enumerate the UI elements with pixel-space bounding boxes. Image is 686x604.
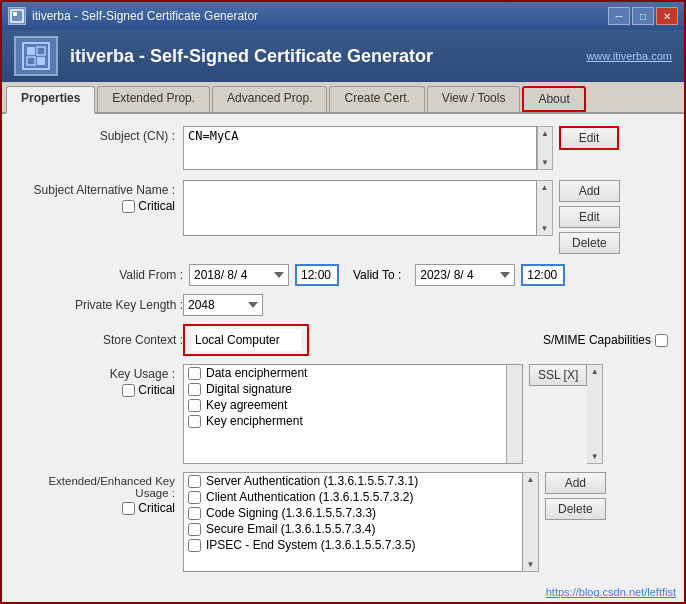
san-textarea-wrap: ▲ ▼ — [183, 180, 553, 236]
valid-to-date-select[interactable]: 2023/ 8/ 4 — [415, 264, 515, 286]
valid-from-label: Valid From : — [18, 268, 183, 282]
content-area: Subject (CN) : CN=MyCA ▲ ▼ Edit Subject … — [2, 114, 684, 602]
eku-delete-button[interactable]: Delete — [545, 498, 606, 520]
watermark: https://blog.csdn.net/leftfist — [546, 586, 676, 598]
ku-scrollbar — [506, 365, 522, 463]
eku-checkbox-2[interactable] — [188, 491, 201, 504]
ku-critical-label: Critical — [138, 383, 175, 397]
smime-checkbox[interactable] — [655, 334, 668, 347]
san-delete-button[interactable]: Delete — [559, 232, 620, 254]
valid-from-date-select[interactable]: 2018/ 8/ 4 — [189, 264, 289, 286]
san-label: Subject Alternative Name : — [34, 180, 175, 197]
valid-date-row: Valid From : 2018/ 8/ 4 Valid To : 2023/… — [18, 264, 668, 286]
store-context-box: Local Computer Current User — [183, 324, 309, 356]
eku-item-5: IPSEC - End System (1.3.6.1.5.5.7.3.5) — [184, 537, 522, 553]
key-usage-list: Data encipherment Digital signature Key … — [183, 364, 523, 464]
ku-checkbox-3[interactable] — [188, 399, 201, 412]
svg-rect-3 — [27, 47, 35, 55]
smime-row: S/MIME Capabilities — [543, 333, 668, 347]
san-edit-button[interactable]: Edit — [559, 206, 620, 228]
ssl-button[interactable]: SSL [X] — [529, 364, 587, 386]
svg-rect-6 — [37, 57, 45, 65]
valid-from-time-input[interactable] — [295, 264, 339, 286]
private-key-row: Private Key Length : 2048 1024 4096 — [18, 294, 668, 316]
ku-label-3: Key agreement — [206, 398, 287, 412]
eku-label-1: Server Authentication (1.3.6.1.5.5.7.3.1… — [206, 474, 418, 488]
eku-item-4: Secure Email (1.3.6.1.5.5.7.3.4) — [184, 521, 522, 537]
svg-rect-5 — [27, 57, 35, 65]
maximize-button[interactable]: □ — [632, 7, 654, 25]
title-bar-controls: ─ □ ✕ — [608, 7, 678, 25]
ku-checkbox-4[interactable] — [188, 415, 201, 428]
tab-properties[interactable]: Properties — [6, 86, 95, 114]
tab-viewtools[interactable]: View / Tools — [427, 86, 521, 112]
eku-checkbox-4[interactable] — [188, 523, 201, 536]
eku-label-3: Code Signing (1.3.6.1.5.5.7.3.3) — [206, 506, 376, 520]
store-context-select[interactable]: Local Computer Current User — [191, 329, 301, 351]
eku-add-button[interactable]: Add — [545, 472, 606, 494]
san-textarea[interactable] — [183, 180, 537, 236]
subject-input-area: CN=MyCA ▲ ▼ Edit — [183, 126, 668, 170]
eku-btn-group: Add Delete — [545, 472, 606, 520]
tab-bar: Properties Extended Prop. Advanced Prop.… — [2, 82, 684, 114]
eku-item-3: Code Signing (1.3.6.1.5.5.7.3.3) — [184, 505, 522, 521]
key-usage-row: Key Usage : Critical Data encipherment D… — [18, 364, 668, 464]
main-window: itiverba - Self-Signed Certificate Gener… — [0, 0, 686, 604]
header-link[interactable]: www.itiverba.com — [586, 50, 672, 62]
eku-input-area: Server Authentication (1.3.6.1.5.5.7.3.1… — [183, 472, 668, 572]
minimize-button[interactable]: ─ — [608, 7, 630, 25]
app-icon — [8, 7, 26, 25]
eku-row: Extended/Enhanced Key Usage : Critical S… — [18, 472, 668, 572]
ku-input-area: Data encipherment Digital signature Key … — [183, 364, 668, 464]
ku-critical-checkbox[interactable] — [122, 384, 135, 397]
ku-label-4: Key encipherment — [206, 414, 303, 428]
eku-critical-row: Critical — [122, 501, 175, 515]
tab-advanced[interactable]: Advanced Prop. — [212, 86, 327, 112]
store-context-row: Store Context : Local Computer Current U… — [18, 324, 668, 356]
subject-textarea-wrap: CN=MyCA ▲ ▼ — [183, 126, 553, 170]
title-bar-left: itiverba - Self-Signed Certificate Gener… — [8, 7, 258, 25]
eku-critical-label: Critical — [138, 501, 175, 515]
san-critical-row: Critical — [122, 199, 175, 213]
header-bar: itiverba - Self-Signed Certificate Gener… — [2, 30, 684, 82]
tab-about[interactable]: About — [522, 86, 585, 112]
san-input-area: ▲ ▼ Add Edit Delete — [183, 180, 668, 254]
subject-edit-button[interactable]: Edit — [559, 126, 619, 150]
eku-label-4: Secure Email (1.3.6.1.5.5.7.3.4) — [206, 522, 375, 536]
eku-checkbox-5[interactable] — [188, 539, 201, 552]
ku-list-scrollbar: ▲ ▼ — [587, 364, 603, 464]
close-button[interactable]: ✕ — [656, 7, 678, 25]
tab-extended[interactable]: Extended Prop. — [97, 86, 210, 112]
tab-create[interactable]: Create Cert. — [329, 86, 424, 112]
ku-checkbox-1[interactable] — [188, 367, 201, 380]
ku-item-4: Key encipherment — [184, 413, 522, 429]
ku-item-1: Data encipherment — [184, 365, 522, 381]
subject-btn-group: Edit — [559, 126, 619, 150]
san-label-block: Subject Alternative Name : Critical — [18, 180, 183, 213]
eku-critical-checkbox[interactable] — [122, 502, 135, 515]
subject-textarea[interactable]: CN=MyCA — [183, 126, 537, 170]
ku-checkbox-2[interactable] — [188, 383, 201, 396]
eku-checkbox-3[interactable] — [188, 507, 201, 520]
eku-list: Server Authentication (1.3.6.1.5.5.7.3.1… — [183, 472, 523, 572]
san-critical-label: Critical — [138, 199, 175, 213]
header-title: itiverba - Self-Signed Certificate Gener… — [70, 46, 586, 67]
ku-label-1: Data encipherment — [206, 366, 307, 380]
eku-label-5: IPSEC - End System (1.3.6.1.5.5.7.3.5) — [206, 538, 415, 552]
eku-checkbox-1[interactable] — [188, 475, 201, 488]
san-critical-checkbox[interactable] — [122, 200, 135, 213]
san-btn-group: Add Edit Delete — [559, 180, 620, 254]
eku-label-2: Client Authentication (1.3.6.1.5.5.7.3.2… — [206, 490, 413, 504]
title-bar-text: itiverba - Self-Signed Certificate Gener… — [32, 9, 258, 23]
app-logo — [14, 36, 58, 76]
subject-scrollbar: ▲ ▼ — [537, 126, 553, 170]
store-context-label: Store Context : — [18, 333, 183, 347]
private-key-select[interactable]: 2048 1024 4096 — [183, 294, 263, 316]
ku-critical-row: Critical — [122, 383, 175, 397]
ku-item-3: Key agreement — [184, 397, 522, 413]
ku-item-2: Digital signature — [184, 381, 522, 397]
ssl-btn-wrap: SSL [X] — [529, 364, 587, 386]
valid-to-time-input[interactable] — [521, 264, 565, 286]
ku-label-2: Digital signature — [206, 382, 292, 396]
san-add-button[interactable]: Add — [559, 180, 620, 202]
